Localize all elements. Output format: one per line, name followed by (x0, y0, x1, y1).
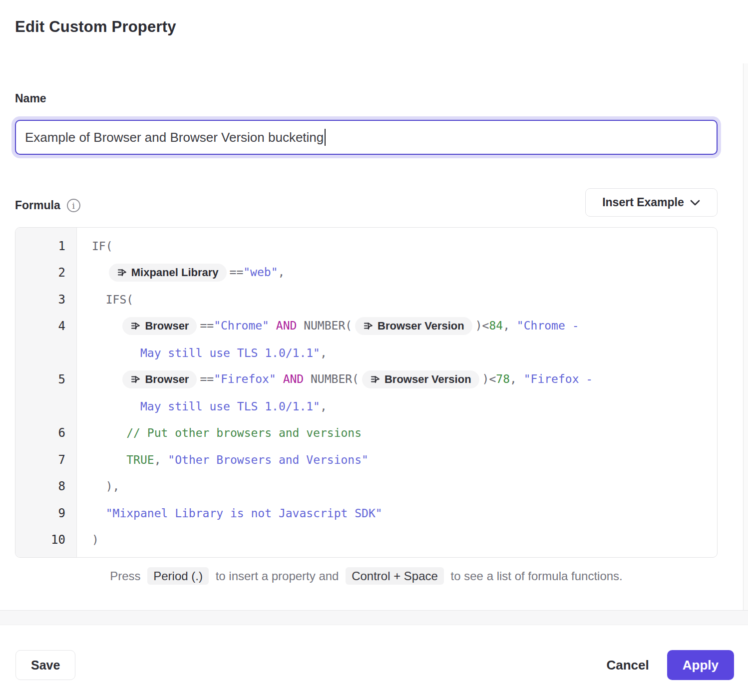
edit-custom-property-dialog: { "dialog": { "title": "Edit Custom Prop… (0, 0, 748, 700)
code-token: 78 (496, 372, 510, 385)
code-row: 5 Browser=="Firefox" AND NUMBER(Browser … (15, 366, 717, 393)
line-number: 5 (15, 366, 77, 393)
code-token: == (200, 372, 214, 385)
line-number: 1 (15, 233, 77, 260)
code-token: May still use TLS 1.0/1.1" (140, 347, 320, 359)
code-line[interactable]: ), (77, 480, 717, 493)
code-row: May still use TLS 1.0/1.1", (15, 393, 717, 420)
code-token: IFS( (92, 293, 133, 306)
formula-editor[interactable]: 1IF(2 Mixpanel Library=="web",3 IFS(4 Br… (15, 227, 718, 558)
code-token: "Firefox" (214, 372, 276, 385)
code-token: , (510, 372, 524, 385)
code-token: , (503, 319, 517, 332)
formula-header: Formula i (15, 199, 80, 212)
code-token: )< (475, 319, 489, 332)
code-line[interactable]: Browser=="Chrome" AND NUMBER(Browser Ver… (77, 317, 717, 335)
code-row: 1IF( (15, 233, 717, 260)
code-line[interactable]: ) (77, 533, 717, 546)
line-number: 3 (15, 286, 77, 313)
hint-tail: to see a list of formula functions. (451, 569, 623, 583)
code-token (269, 319, 276, 332)
code-token (92, 319, 119, 332)
code-token: "Other Browsers and Versions" (168, 453, 369, 466)
footer-actions: Cancel Apply (604, 650, 735, 680)
property-chip[interactable]: Browser (122, 317, 197, 335)
code-token: "Chrome" (214, 319, 269, 332)
code-token: "web" (243, 266, 278, 279)
code-token: , (320, 400, 327, 413)
key-period-pill: Period (.) (147, 567, 209, 585)
scrollbar-track[interactable] (743, 63, 748, 610)
code-token: ), (92, 480, 119, 493)
code-line[interactable]: Mixpanel Library=="web", (77, 264, 717, 282)
property-icon (130, 374, 140, 384)
code-token: "Chrome - (517, 319, 579, 332)
code-token: )< (482, 372, 496, 385)
formula-label: Formula (15, 199, 60, 212)
line-number (15, 393, 77, 420)
property-chip-label: Browser Version (377, 320, 464, 333)
text-cursor (325, 129, 326, 146)
chevron-down-icon (690, 199, 701, 206)
property-chip[interactable]: Mixpanel Library (109, 264, 227, 282)
line-number: 8 (15, 473, 77, 500)
code-row: 7 TRUE, "Other Browsers and Versions" (15, 446, 717, 473)
code-token (92, 426, 126, 439)
line-number: 7 (15, 446, 77, 473)
code-token: , (154, 453, 168, 466)
name-input[interactable]: Example of Browser and Browser Version b… (15, 120, 718, 155)
editor-hint: Press Period (.) to insert a property an… (15, 569, 718, 583)
code-token: ) (92, 533, 99, 546)
code-line[interactable]: "Mixpanel Library is not Javascript SDK" (77, 507, 717, 520)
code-line[interactable]: May still use TLS 1.0/1.1", (77, 400, 717, 413)
code-token: NUMBER( (304, 372, 359, 385)
code-token (92, 507, 106, 520)
property-chip[interactable]: Browser Version (355, 317, 472, 335)
apply-button[interactable]: Apply (667, 650, 734, 680)
code-line[interactable]: Browser=="Firefox" AND NUMBER(Browser Ve… (77, 370, 717, 388)
code-token: , (278, 266, 285, 279)
property-icon (370, 374, 380, 384)
code-token: "Firefox - (524, 372, 593, 385)
code-token: , (320, 347, 327, 359)
code-token (92, 266, 106, 279)
code-token (92, 453, 126, 466)
code-line[interactable]: IF( (77, 240, 717, 253)
code-row: 2 Mixpanel Library=="web", (15, 260, 717, 287)
line-number: 10 (15, 527, 77, 554)
code-token: == (230, 266, 244, 279)
property-chip[interactable]: Browser (122, 370, 197, 388)
save-button[interactable]: Save (15, 650, 75, 680)
insert-example-button[interactable]: Insert Example (585, 188, 718, 217)
name-input-value: Example of Browser and Browser Version b… (25, 130, 324, 145)
line-number: 4 (15, 313, 77, 340)
code-token (92, 347, 140, 359)
property-icon (130, 321, 140, 331)
code-token (276, 372, 283, 385)
code-row: 10) (15, 527, 717, 554)
code-token: == (200, 319, 214, 332)
property-chip-label: Browser (145, 320, 189, 333)
property-chip-label: Browser Version (384, 373, 471, 386)
code-line[interactable]: IFS( (77, 293, 717, 306)
code-token: AND (283, 372, 304, 385)
code-token: NUMBER( (297, 319, 352, 332)
code-token: TRUE (126, 453, 154, 466)
code-row: 3 IFS( (15, 286, 717, 313)
code-line[interactable]: May still use TLS 1.0/1.1", (77, 347, 717, 359)
cancel-button[interactable]: Cancel (604, 658, 652, 673)
code-row: 9 "Mixpanel Library is not Javascript SD… (15, 500, 717, 527)
info-icon[interactable]: i (67, 199, 80, 212)
code-row: 6 // Put other browsers and versions (15, 420, 717, 447)
code-rows: 1IF(2 Mixpanel Library=="web",3 IFS(4 Br… (15, 233, 717, 553)
line-number: 2 (15, 260, 77, 287)
property-chip-label: Mixpanel Library (131, 266, 219, 279)
name-field-label: Name (15, 92, 46, 105)
hint-middle: to insert a property and (216, 569, 339, 583)
code-line[interactable]: TRUE, "Other Browsers and Versions" (77, 453, 717, 466)
code-line[interactable]: // Put other browsers and versions (77, 426, 717, 439)
property-icon (363, 321, 373, 331)
property-chip[interactable]: Browser Version (362, 370, 479, 388)
property-chip-label: Browser (145, 373, 189, 386)
code-token: May still use TLS 1.0/1.1" (140, 400, 320, 413)
